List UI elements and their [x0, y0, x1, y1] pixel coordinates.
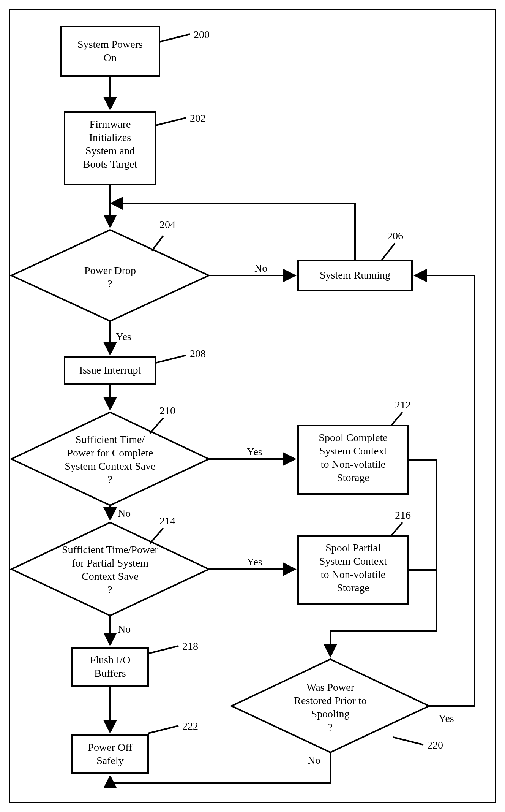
node-text: Context Save: [82, 570, 139, 582]
node-text: Sufficient Time/Power: [62, 544, 159, 556]
svg-marker-14: [11, 522, 209, 616]
node-ref: 204: [159, 218, 175, 230]
node-spool-complete: Spool Complete System Context to Non-vol…: [298, 399, 411, 494]
node-issue-interrupt: Issue Interrupt 208: [65, 348, 206, 384]
node-text: Spooling: [311, 708, 349, 720]
node-text: Sufficient Time/: [76, 434, 145, 445]
edge-label: No: [308, 754, 320, 766]
node-text: Firmware: [90, 118, 131, 130]
node-text: to Non-volatile: [321, 458, 385, 470]
svg-line-3: [156, 118, 186, 125]
node-ref: 214: [159, 515, 175, 527]
node-ref: 220: [427, 739, 443, 751]
edge-label: Yes: [247, 556, 262, 568]
edge: [330, 631, 437, 655]
node-ref: 206: [387, 230, 403, 242]
node-text: Spool Partial: [325, 542, 381, 554]
node-text: Power Off: [88, 741, 133, 753]
node-text: Power for Complete: [67, 447, 153, 459]
node-firmware-initializes: Firmware Initializes System and Boots Ta…: [65, 112, 206, 184]
svg-line-7: [382, 243, 395, 260]
node-text: to Non-volatile: [321, 568, 385, 580]
node-text: System Running: [320, 269, 390, 281]
node-sufficient-partial: Sufficient Time/Power for Partial System…: [11, 515, 209, 616]
node-text: Flush I/O: [90, 654, 131, 666]
node-ref: 212: [395, 399, 411, 411]
node-ref: 210: [159, 405, 175, 416]
node-ref: 200: [194, 28, 210, 40]
svg-line-11: [150, 418, 163, 433]
node-power-off-safely: Power Off Safely 222: [72, 720, 198, 773]
svg-line-1: [159, 34, 190, 42]
node-text: Safely: [96, 755, 124, 766]
svg-line-17: [391, 522, 402, 536]
svg-line-23: [393, 737, 423, 745]
node-flush-io-buffers: Flush I/O Buffers 218: [72, 640, 198, 686]
node-text: System Powers: [77, 38, 143, 50]
node-ref: 218: [182, 640, 198, 652]
edge-label: No: [118, 507, 131, 519]
node-text: System Context: [319, 555, 387, 567]
svg-line-19: [148, 646, 178, 654]
node-text: Initializes: [89, 131, 131, 143]
edge-yes: [416, 275, 475, 706]
frame: [9, 9, 496, 803]
node-ref: 208: [190, 348, 206, 359]
svg-line-15: [150, 528, 163, 543]
svg-line-13: [391, 412, 402, 426]
node-text: Storage: [337, 472, 369, 483]
node-text: Storage: [337, 582, 369, 594]
svg-line-21: [148, 726, 178, 733]
node-text: ?: [108, 584, 112, 595]
node-ref: 202: [190, 112, 206, 124]
node-text: Buffers: [94, 667, 126, 679]
edge-no: [110, 752, 330, 783]
node-sufficient-complete: Sufficient Time/ Power for Complete Syst…: [11, 405, 209, 505]
node-system-powers-on: System Powers On 200: [61, 27, 210, 76]
svg-line-5: [152, 236, 163, 251]
node-text: Power Drop: [84, 264, 136, 276]
node-text: for Partial System: [72, 557, 148, 569]
node-text: System Context Save: [65, 460, 156, 472]
node-text: ?: [328, 721, 333, 733]
edge-label: No: [254, 262, 267, 274]
edge-loop: [112, 203, 355, 260]
svg-rect-18: [72, 648, 148, 686]
edge-label: Yes: [116, 331, 131, 342]
node-text: ?: [108, 473, 112, 485]
svg-rect-0: [61, 27, 159, 76]
node-text: Boots Target: [83, 158, 137, 170]
node-text: ?: [108, 278, 112, 290]
edge: [408, 460, 437, 631]
svg-marker-10: [11, 412, 209, 505]
edge-label: Yes: [439, 712, 454, 724]
node-ref: 222: [182, 720, 198, 732]
node-ref: 216: [395, 509, 411, 521]
node-text: Was Power: [306, 681, 355, 693]
node-text: Spool Complete: [319, 432, 387, 443]
node-was-power-restored: Was Power Restored Prior to Spooling ? 2…: [232, 659, 443, 752]
edge-label: Yes: [247, 446, 262, 457]
node-spool-partial: Spool Partial System Context to Non-vola…: [298, 509, 411, 604]
node-power-drop: Power Drop ? 204: [11, 218, 209, 321]
node-text: On: [104, 52, 117, 63]
edge-label: No: [118, 623, 131, 635]
svg-line-9: [156, 355, 186, 363]
node-text: System and: [85, 145, 135, 157]
svg-rect-20: [72, 735, 148, 773]
node-text: System Context: [319, 445, 387, 457]
node-text: Restored Prior to: [294, 695, 366, 706]
node-text: Issue Interrupt: [79, 364, 141, 376]
flowchart-diagram: System Powers On 200 Firmware Initialize…: [0, 0, 505, 812]
